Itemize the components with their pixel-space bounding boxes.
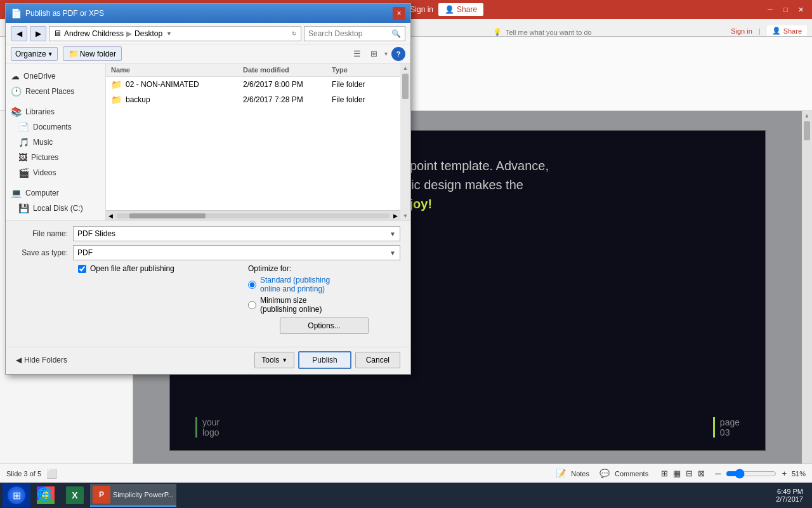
file-list: Name Date modified Type 📁 02 - NON-ANIMA… [106,64,400,210]
share-btn-ribbon[interactable]: 👤 Share [767,25,807,36]
statusbar: Slide 3 of 5 ⬜ 📝 Notes 💬 Comments ⊞ ▦ ⊟ … [0,464,812,483]
publish-button[interactable]: Publish [298,351,351,369]
scroll-up-btn[interactable]: ▲ [804,112,810,119]
share-icon-2: 👤 [772,27,781,35]
dialog-close-button[interactable]: × [393,7,405,20]
path-bar[interactable]: 🖥 Andrew Childress ▶ Desktop ▼ ↻ [49,26,301,41]
view-normal-icon[interactable]: ⊞ [661,469,668,478]
zoom-slider[interactable] [726,469,776,479]
slide-count: Slide 3 of 5 [6,470,41,478]
folder-icon-1: 📁 [111,79,122,90]
col-name[interactable]: Name [111,66,243,74]
filename-row: File name: PDF Slides ▼ [16,226,400,241]
sidebar-computer[interactable]: 💻 Computer [6,185,105,201]
hscroll-left-btn[interactable]: ◀ [106,213,115,219]
signin-link[interactable]: Sign in [731,27,752,35]
taskbar-chrome[interactable]: 🌐 [32,484,60,507]
checkbox-open-file: Open file after publishing [78,264,248,273]
file-row-1[interactable]: 📁 02 - NON-ANIMATED 2/6/2017 8:00 PM Fil… [106,77,400,92]
sidebar-videos[interactable]: 🎬 Videos [6,165,105,180]
window-controls: ─ □ ✕ [764,3,807,16]
save-type-value: PDF [77,248,93,257]
sidebar-documents[interactable]: 📄 Documents [6,119,105,135]
file-row-2[interactable]: 📁 backup 2/6/2017 7:28 PM File folder [106,92,400,107]
view-list-button[interactable]: ☰ [350,47,364,61]
view-slide-icon[interactable]: ▦ [673,469,681,478]
hscroll-right-btn[interactable]: ▶ [391,213,400,219]
onedrive-icon: ☁ [11,71,20,81]
view-details-button[interactable]: ⊞ [367,47,381,61]
cancel-button[interactable]: Cancel [355,352,400,368]
radio-standard-input[interactable] [248,281,256,289]
filename-dropdown-btn[interactable]: ▼ [390,231,396,237]
radio-minimum-input[interactable] [248,301,256,309]
help-button[interactable]: ? [391,47,405,61]
sidebar-local-disk[interactable]: 💾 Local Disk (C:) [6,201,105,216]
slide-logo-area: your logo [195,417,219,438]
share-button[interactable]: 👤 Share [438,3,483,16]
notes-icon[interactable]: 📝 [556,469,566,478]
close-button[interactable]: ✕ [794,3,807,16]
new-folder-label: New folder [80,50,116,58]
sidebar-onedrive-label: OneDrive [23,72,56,81]
save-type-input[interactable]: PDF ▼ [73,245,400,260]
zoom-increase-btn[interactable]: + [782,469,787,478]
open-after-publish-checkbox[interactable] [78,265,86,273]
col-date[interactable]: Date modified [243,66,332,74]
path-breadcrumb1: Andrew Childress [64,29,124,38]
zoom-decrease-btn[interactable]: ─ [715,469,721,478]
save-type-dropdown-btn[interactable]: ▼ [390,250,396,257]
nav-forward-button[interactable]: ▶ [30,26,46,41]
sidebar-pictures[interactable]: 🖼 Pictures [6,150,105,165]
search-input[interactable] [308,29,389,38]
signin-button[interactable]: Sign in [410,5,433,14]
hide-folders-button[interactable]: ◀ Hide Folders [16,356,67,364]
new-folder-button[interactable]: 📁 New folder [63,46,122,61]
sidebar-recent-places[interactable]: 🕐 Recent Places [6,84,105,99]
pictures-icon: 🖼 [18,152,27,163]
sidebar-music[interactable]: 🎵 Music [6,135,105,150]
main-scrollbar[interactable]: ▲ ▼ [802,111,812,470]
sidebar-onedrive[interactable]: ☁ OneDrive [6,69,105,84]
view-reading-icon[interactable]: ⊟ [686,469,693,478]
search-bar[interactable]: 🔍 [304,26,405,41]
view-dropdown-icon[interactable]: ▼ [383,51,389,57]
comments-label[interactable]: Comments [615,470,648,478]
search-icon: 🔍 [391,29,401,38]
filename-input[interactable]: PDF Slides ▼ [73,226,400,241]
scroll-track [804,119,810,464]
path-dropdown[interactable]: ▼ [166,30,172,37]
vscroll-track [402,72,409,211]
vscroll-up-btn[interactable]: ▲ [402,64,410,72]
dialog-title-left: 📄 Publish as PDF or XPS [11,8,104,18]
notes-label[interactable]: Notes [571,470,589,478]
save-as-type-row: Save as type: PDF ▼ [16,245,400,260]
col-type[interactable]: Type [332,66,395,74]
slide-logo-line2: logo [202,427,219,438]
start-button[interactable]: ⊞ [3,483,30,507]
sidebar-pictures-label: Pictures [31,153,58,162]
sidebar-libraries[interactable]: 📚 Libraries [6,104,105,119]
options-button[interactable]: Options... [280,318,369,334]
taskbar-powerpoint[interactable]: P Simplicity PowerP... [90,484,176,507]
path-refresh-btn[interactable]: ↻ [292,30,297,37]
minimize-button[interactable]: ─ [764,3,776,16]
nav-back-button[interactable]: ◀ [11,26,27,41]
optimize-label: Optimize for: [248,264,400,273]
tools-button[interactable]: Tools ▼ [254,352,294,368]
view-presenter-icon[interactable]: ⊠ [698,469,705,478]
organize-dropdown-icon: ▼ [48,51,53,57]
vscroll-down-btn[interactable]: ▼ [402,211,410,220]
save-type-label: Save as type: [16,248,73,257]
taskbar-date: 2/7/2017 [776,495,803,503]
topright-controls: Sign in 👤 Share [410,0,521,19]
maximize-button[interactable]: □ [779,3,792,16]
organize-button[interactable]: Organize ▼ [11,47,58,61]
slide-status-icon[interactable]: ⬜ [46,469,57,479]
tools-label: Tools [261,356,279,364]
optimize-section: Optimize for: Standard (publishingonline… [248,264,400,337]
music-icon: 🎵 [18,137,29,147]
comments-icon[interactable]: 💬 [599,469,610,478]
videos-icon: 🎬 [18,168,29,178]
taskbar-excel[interactable]: X [61,484,89,507]
